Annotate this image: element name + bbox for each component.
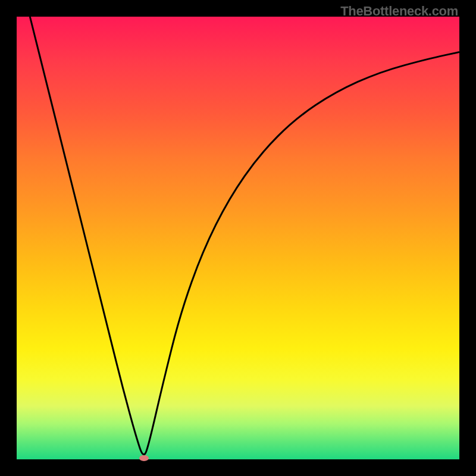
chart-container: TheBottleneck.com — [0, 0, 476, 476]
plot-area — [17, 17, 459, 459]
min-marker — [139, 455, 149, 461]
watermark-text: TheBottleneck.com — [340, 4, 458, 19]
